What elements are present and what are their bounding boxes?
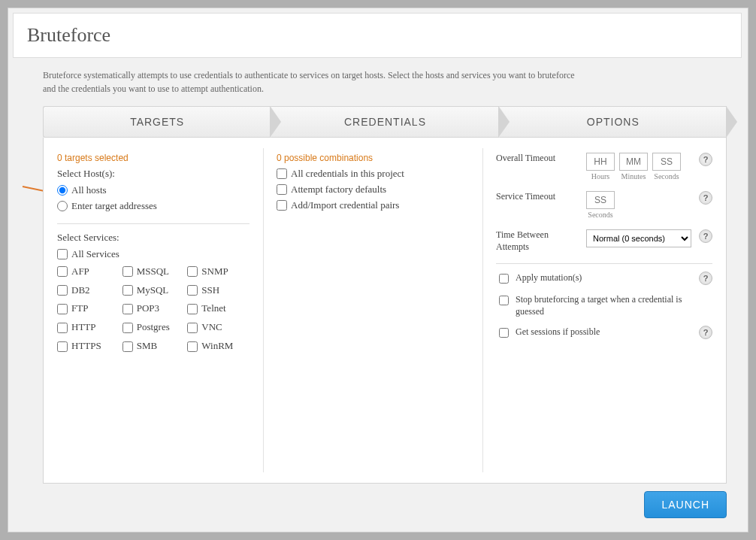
time-between-row: Time Between Attempts Normal (0 seconds)… <box>496 229 712 253</box>
checkbox-apply-mutations[interactable]: Apply mutation(s) ? <box>496 272 712 286</box>
radio-all-hosts[interactable]: All hosts <box>57 184 249 197</box>
checkbox-service-winrm[interactable]: WinRM <box>187 340 249 353</box>
page-title: Bruteforce <box>27 24 727 47</box>
title-card: Bruteforce <box>13 13 742 58</box>
overall-timeout-row: Overall Timeout Hours Minutes Seconds ? <box>496 153 712 181</box>
checkbox-stop-on-guess[interactable]: Stop bruteforcing a target when a creden… <box>496 293 712 317</box>
description-text: Bruteforce systematically attempts to us… <box>43 68 584 96</box>
step-options[interactable]: OPTIONS <box>499 106 727 138</box>
wizard: TARGETS CREDENTIALS OPTIONS 0 targets se… <box>43 106 727 484</box>
help-icon[interactable]: ? <box>699 326 712 339</box>
checkbox-all-services[interactable]: All Services <box>57 248 249 261</box>
checkbox-service-http[interactable]: HTTP <box>57 321 119 334</box>
overall-hh-input[interactable] <box>586 153 615 171</box>
targets-status: 0 targets selected <box>57 153 249 163</box>
help-icon[interactable]: ? <box>699 272 712 285</box>
checkbox-service-mssql[interactable]: MSSQL <box>122 265 185 278</box>
step-credentials[interactable]: CREDENTIALS <box>271 106 498 138</box>
time-between-select[interactable]: Normal (0 seconds) <box>586 229 691 247</box>
step-targets[interactable]: TARGETS <box>43 106 271 138</box>
select-hosts-label: Select Host(s): <box>57 168 249 180</box>
targets-panel: 0 targets selected Select Host(s): All h… <box>44 138 263 483</box>
select-services-label: Select Services: <box>57 232 249 244</box>
checkbox-all-credentials[interactable]: All credentials in this project <box>277 168 469 181</box>
radio-enter-addresses[interactable]: Enter target addresses <box>57 200 249 213</box>
checkbox-service-postgres[interactable]: Postgres <box>122 321 185 334</box>
checkbox-service-smb[interactable]: SMB <box>122 340 185 353</box>
help-icon[interactable]: ? <box>699 153 712 166</box>
checkbox-service-ftp[interactable]: FTP <box>57 302 119 315</box>
divider <box>57 223 249 224</box>
checkbox-factory-defaults[interactable]: Attempt factory defaults <box>277 184 469 196</box>
step-bar: TARGETS CREDENTIALS OPTIONS <box>43 106 727 138</box>
checkbox-service-vnc[interactable]: VNC <box>187 321 249 334</box>
checkbox-service-ssh[interactable]: SSH <box>187 284 249 297</box>
checkbox-service-https[interactable]: HTTPS <box>57 340 119 353</box>
checkbox-import-pairs[interactable]: Add/Import credential pairs <box>277 199 469 212</box>
options-panel: Overall Timeout Hours Minutes Seconds ? … <box>482 138 726 483</box>
credentials-status: 0 possible combinations <box>277 153 469 163</box>
overall-ss-input[interactable] <box>652 153 681 171</box>
checkbox-service-telnet[interactable]: Telnet <box>187 302 249 315</box>
checkbox-service-afp[interactable]: AFP <box>57 265 119 278</box>
service-timeout-row: Service Timeout Seconds ? <box>496 191 712 219</box>
divider <box>496 263 712 264</box>
services-grid: AFPMSSQLSNMPDB2MySQLSSHFTPPOP3TelnetHTTP… <box>57 264 249 354</box>
service-ss-input[interactable] <box>586 191 615 209</box>
checkbox-get-sessions[interactable]: Get sessions if possible ? <box>496 326 712 340</box>
overall-mm-input[interactable] <box>619 153 648 171</box>
credentials-panel: 0 possible combinations All credentials … <box>263 138 482 483</box>
help-icon[interactable]: ? <box>699 229 712 243</box>
checkbox-service-db2[interactable]: DB2 <box>57 284 119 297</box>
help-icon[interactable]: ? <box>699 191 712 205</box>
checkbox-service-pop3[interactable]: POP3 <box>122 302 185 315</box>
launch-button[interactable]: LAUNCH <box>644 491 727 518</box>
checkbox-service-snmp[interactable]: SNMP <box>187 265 249 278</box>
checkbox-service-mysql[interactable]: MySQL <box>122 284 185 297</box>
